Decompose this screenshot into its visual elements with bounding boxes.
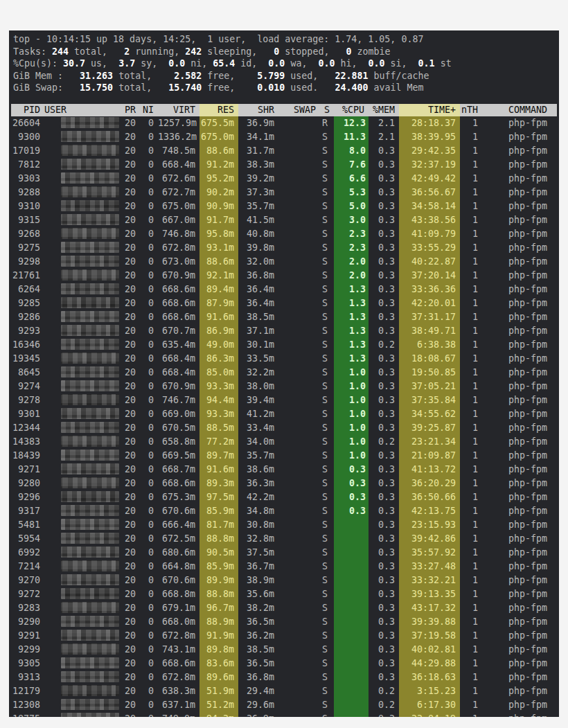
cell-res: 89.7m xyxy=(199,449,238,463)
summary-segment: 3.7 xyxy=(118,58,135,69)
cell-ni: 0 xyxy=(140,463,158,477)
cell-swap xyxy=(278,213,320,227)
cell-pr: 20 xyxy=(121,407,140,421)
cell-mem: 0.2 xyxy=(369,684,399,698)
cell-res: 89.8m xyxy=(199,643,238,657)
cell-ni: 0 xyxy=(140,477,158,490)
cell-res: 96.7m xyxy=(199,601,238,615)
cell-res: 88.5m xyxy=(199,421,238,435)
column-header-res: RES xyxy=(199,104,238,116)
cell-nth: 1 xyxy=(460,338,482,352)
cell-pid: 9299 xyxy=(11,643,44,657)
cell-swap xyxy=(278,560,320,574)
cell-virt: 637.1m xyxy=(158,698,199,712)
cell-s: S xyxy=(320,698,334,712)
cell-time: 34:55.62 xyxy=(399,407,460,421)
cell-swap xyxy=(278,615,320,629)
cell-cpu xyxy=(334,615,369,629)
cell-s: S xyxy=(320,366,334,380)
cell-mem: 0.3 xyxy=(369,269,399,283)
cell-shr: 38.3m xyxy=(238,158,278,172)
redacted-user-blur xyxy=(61,366,119,378)
cell-cpu: 2.0 xyxy=(334,255,369,269)
cell-shr: 39.2m xyxy=(238,172,278,186)
cell-s: S xyxy=(320,643,334,657)
cell-s: S xyxy=(320,310,334,324)
cell-pid: 9286 xyxy=(11,310,44,324)
cell-ni: 0 xyxy=(140,518,158,532)
terminal-window[interactable]: top - 10:14:15 up 18 days, 14:25, 1 user… xyxy=(9,30,559,717)
cell-pid: 9303 xyxy=(11,172,44,186)
cell-shr: 36.8m xyxy=(238,269,278,283)
cell-nth: 1 xyxy=(460,380,482,393)
summary-segment: ni, xyxy=(185,58,213,69)
summary-segment: zombie xyxy=(351,46,390,57)
cell-user xyxy=(44,463,121,477)
cell-res: 86.3m xyxy=(199,352,238,366)
cell-command: php-fpm xyxy=(482,172,557,186)
cell-ni: 0 xyxy=(140,130,158,144)
cell-virt: 743.1m xyxy=(158,643,199,657)
cell-user xyxy=(44,407,121,421)
cell-pr: 20 xyxy=(121,560,140,574)
cell-user xyxy=(44,116,121,130)
cell-command: php-fpm xyxy=(482,393,557,407)
process-row: 9293200670.7m86.9m37.1mS1.30.338:49.711p… xyxy=(11,324,557,338)
cell-command: php-fpm xyxy=(482,463,557,477)
process-row: 9278200746.7m94.4m39.4mS1.00.337:35.841p… xyxy=(11,393,557,407)
process-row: 8645200668.4m85.0m32.2mS1.00.319:50.851p… xyxy=(11,366,557,380)
summary-segment: %Cpu(s): xyxy=(13,58,63,69)
summary-line: GiB Swap: 15.750 total, 15.740 free, 0.0… xyxy=(13,82,559,94)
cell-command: php-fpm xyxy=(482,504,557,518)
cell-swap xyxy=(278,407,320,421)
process-row: 16346200635.4m49.0m30.1mS1.30.26:38.381p… xyxy=(11,338,557,352)
redacted-user-blur xyxy=(61,172,119,184)
cell-shr: 36.9m xyxy=(238,712,278,717)
cell-pr: 20 xyxy=(121,477,140,490)
cell-command: php-fpm xyxy=(482,144,557,158)
cell-nth: 1 xyxy=(460,269,482,283)
cell-s: S xyxy=(320,269,334,283)
summary-segment: us, xyxy=(85,58,118,69)
summary-segment: 65.4 xyxy=(213,58,235,69)
cell-user xyxy=(44,587,121,601)
cell-user xyxy=(44,186,121,199)
cell-cpu: 0.3 xyxy=(334,477,369,490)
cell-nth: 1 xyxy=(460,255,482,269)
summary-segment: sleeping, xyxy=(202,46,274,57)
redacted-user-blur xyxy=(61,477,119,488)
cell-res: 91.6m xyxy=(199,310,238,324)
cell-nth: 1 xyxy=(460,532,482,546)
cell-user xyxy=(44,601,121,615)
cell-shr: 39.8m xyxy=(238,241,278,255)
summary-segment: stopped, xyxy=(279,46,346,57)
cell-cpu xyxy=(334,684,369,698)
column-header-s: S xyxy=(320,104,334,116)
cell-pr: 20 xyxy=(121,546,140,560)
cell-swap xyxy=(278,227,320,241)
cell-time: 23:15.93 xyxy=(399,518,460,532)
cell-virt: 670.9m xyxy=(158,380,199,393)
cell-swap xyxy=(278,338,320,352)
cell-time: 21:09.87 xyxy=(399,449,460,463)
cell-pid: 9280 xyxy=(11,477,44,490)
summary-segment: GiB Swap: xyxy=(13,82,63,93)
cell-cpu xyxy=(334,671,369,684)
cell-shr: 30.1m xyxy=(238,338,278,352)
cell-ni: 0 xyxy=(140,393,158,407)
cell-ni: 0 xyxy=(140,587,158,601)
cell-user xyxy=(44,421,121,435)
cell-pr: 20 xyxy=(121,255,140,269)
cell-command: php-fpm xyxy=(482,449,557,463)
cell-shr: 36.2m xyxy=(238,629,278,643)
column-header-virt: VIRT xyxy=(158,104,199,116)
cell-user xyxy=(44,449,121,463)
cell-s: S xyxy=(320,421,334,435)
cell-s: S xyxy=(320,199,334,213)
cell-virt: 667.0m xyxy=(158,213,199,227)
cell-mem: 0.3 xyxy=(369,366,399,380)
cell-virt: 668.7m xyxy=(158,463,199,477)
cell-pr: 20 xyxy=(121,684,140,698)
redacted-user-blur xyxy=(61,408,119,419)
cell-time: 43:17.32 xyxy=(399,601,460,615)
